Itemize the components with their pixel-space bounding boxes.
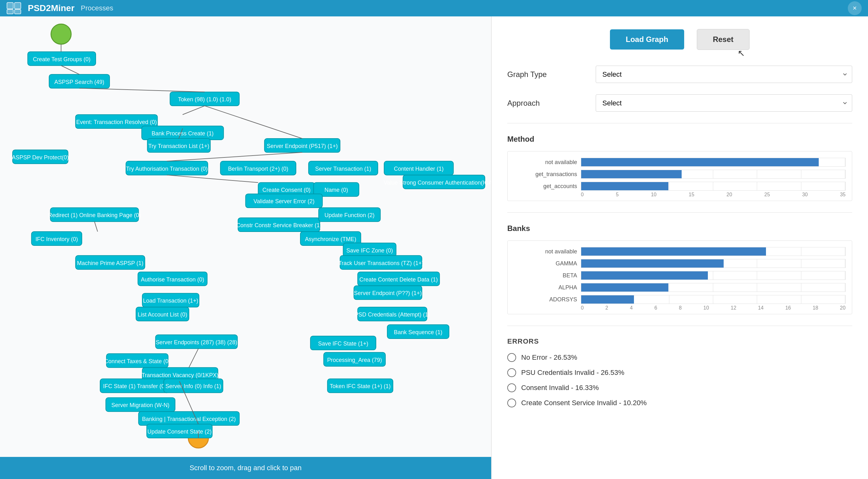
svg-text:Transaction Vacancy (0/1KPX): Transaction Vacancy (0/1KPX) [142, 372, 219, 378]
errors-title: ERRORS [507, 337, 852, 345]
svg-text:Constr Constr Service Breaker : Constr Constr Service Breaker (1) [236, 222, 321, 229]
svg-text:Server Endpoint (P??) (1+): Server Endpoint (P??) (1+) [354, 290, 422, 296]
bar-fill [581, 271, 708, 280]
svg-text:Server Endpoints (287) (38) (2: Server Endpoints (287) (38) (28) [156, 339, 237, 345]
bar-row-alpha: ALPHA [514, 283, 845, 292]
section-divider-1 [507, 123, 852, 124]
svg-text:Create Content Delete Data (1): Create Content Delete Data (1) [360, 276, 438, 283]
bar-row-get-accounts: get_accounts [514, 182, 845, 191]
process-graph[interactable]: Create Test Groups (0) ASPSP Search (49)… [0, 16, 491, 457]
error-item-consent[interactable]: Consent Invalid - 16.33% [507, 383, 852, 392]
approach-label: Approach [507, 99, 596, 108]
svg-rect-2 [7, 9, 13, 14]
bar-track [581, 283, 845, 292]
bar-fill [581, 170, 682, 178]
svg-text:Create Consent (0): Create Consent (0) [262, 187, 311, 193]
method-bar-chart: not available get_transactions get_accou… [514, 158, 845, 191]
approach-row: Approach Select Alpha Heuristic Inductiv… [507, 94, 852, 112]
error-label-consent: Consent Invalid - 16.33% [521, 384, 599, 392]
svg-text:Try Authorisation Transaction : Try Authorisation Transaction (0) [126, 166, 208, 172]
toolbar-row: Load Graph Reset ↖ [507, 29, 852, 50]
error-item-no-error[interactable]: No Error - 26.53% [507, 353, 852, 362]
bar-fill [581, 260, 724, 268]
bar-row-not-available: not available [514, 158, 845, 167]
radio-consent[interactable] [507, 383, 516, 392]
banks-section: Banks not available GAMMA [507, 224, 852, 314]
graph-type-label: Graph Type [507, 70, 596, 79]
svg-text:Redirect (1) Online Banking Pa: Redirect (1) Online Banking Page (0) [48, 212, 141, 218]
start-node[interactable] [51, 24, 71, 44]
svg-text:Machine Prime ASPSP (1): Machine Prime ASPSP (1) [77, 260, 144, 266]
svg-text:Server Migration (W-N): Server Migration (W-N) [112, 402, 169, 408]
svg-text:Event: Transaction Resolved (0: Event: Transaction Resolved (0) [76, 119, 157, 125]
graph-hint: Scroll to zoom, drag and click to pan [189, 464, 302, 472]
main-layout: Create Test Groups (0) ASPSP Search (49)… [0, 16, 868, 479]
error-item-create-consent[interactable]: Create Consent Service Invalid - 10.20% [507, 399, 852, 407]
svg-text:ASPSP Dev Protect(0): ASPSP Dev Protect(0) [12, 154, 69, 161]
svg-text:Connect Taxes & State (0): Connect Taxes & State (0) [104, 358, 170, 365]
bar-label: not available [514, 248, 577, 255]
bar-track [581, 271, 845, 280]
bar-row-beta: BETA [514, 271, 845, 280]
bar-row-gamma: GAMMA [514, 259, 845, 268]
app-subtitle: Processes [81, 4, 114, 12]
svg-rect-0 [7, 2, 13, 9]
graph-type-select[interactable]: Select Process Graph Dependency Graph [596, 66, 852, 83]
svg-text:Update Function (2): Update Function (2) [324, 212, 375, 218]
bar-label: BETA [514, 272, 577, 279]
svg-text:Authorise Transaction (0): Authorise Transaction (0) [141, 276, 204, 283]
error-item-psu[interactable]: PSU Credentials Invalid - 26.53% [507, 368, 852, 377]
graph-panel: Create Test Groups (0) ASPSP Search (49)… [0, 16, 492, 479]
bar-label: ALPHA [514, 284, 577, 291]
error-label-psu: PSU Credentials Invalid - 26.53% [521, 369, 624, 377]
banks-heading: Banks [507, 224, 852, 233]
svg-text:Token IFC State (1+) (1): Token IFC State (1+) (1) [330, 383, 391, 389]
graph-type-row: Graph Type Select Process Graph Dependen… [507, 66, 852, 83]
bar-track [581, 182, 845, 191]
errors-section: ERRORS No Error - 26.53% PSU Credentials… [507, 337, 852, 407]
bar-label: GAMMA [514, 260, 577, 267]
svg-text:Try Transaction List (1+): Try Transaction List (1+) [149, 143, 210, 149]
bar-row-get-transactions: get_transactions [514, 170, 845, 179]
radio-psu[interactable] [507, 368, 516, 377]
svg-text:PSD Credentials (Attempt) (1): PSD Credentials (Attempt) (1) [355, 311, 430, 318]
svg-text:Berlin Transport (2+) (0): Berlin Transport (2+) (0) [228, 166, 288, 172]
svg-rect-3 [14, 9, 21, 14]
section-divider-2 [507, 212, 852, 213]
graph-canvas[interactable]: Create Test Groups (0) ASPSP Search (49)… [0, 16, 491, 457]
method-axis: 0 5 10 15 20 25 30 35 [514, 192, 845, 198]
bar-fill [581, 247, 766, 255]
svg-text:Bank Sequence (1): Bank Sequence (1) [394, 329, 442, 335]
svg-text:Token (98) (1.0) (1.0): Token (98) (1.0) (1.0) [178, 96, 231, 103]
svg-text:Server Transaction (1): Server Transaction (1) [315, 166, 371, 172]
svg-text:List Account List (0): List Account List (0) [138, 311, 187, 318]
svg-text:Asynchronize (TME): Asynchronize (TME) [305, 236, 356, 242]
bar-track [581, 158, 845, 167]
svg-text:ASPSP Search (49): ASPSP Search (49) [54, 79, 104, 85]
error-label-create-consent: Create Consent Service Invalid - 10.20% [521, 399, 647, 407]
bar-label: get_accounts [514, 183, 577, 190]
reset-button[interactable]: Reset [697, 29, 749, 50]
svg-text:Save IFC Zone (0): Save IFC Zone (0) [346, 247, 393, 254]
svg-text:Name (0): Name (0) [324, 187, 348, 193]
approach-select[interactable]: Select Alpha Heuristic Inductive [596, 94, 852, 112]
bar-fill [581, 182, 669, 190]
bar-row-adorsys: ADORSYS [514, 295, 845, 304]
load-graph-button[interactable]: Load Graph [610, 29, 684, 49]
radio-create-consent[interactable] [507, 399, 516, 407]
svg-text:Bank Process Create (1): Bank Process Create (1) [152, 130, 214, 137]
bar-track [581, 170, 845, 179]
svg-text:Save IFC State (1+): Save IFC State (1+) [318, 340, 368, 347]
svg-text:Load Transaction (1+): Load Transaction (1+) [143, 298, 198, 304]
svg-text:Server Info (0) Info (1): Server Info (0) Info (1) [165, 383, 221, 389]
svg-text:Server Endpoint (P517) (1+): Server Endpoint (P517) (1+) [267, 143, 338, 149]
banks-chart: not available GAMMA BETA [507, 240, 852, 314]
bar-track [581, 295, 845, 304]
close-button[interactable]: × [848, 1, 862, 15]
svg-line-9 [79, 88, 205, 92]
radio-no-error[interactable] [507, 353, 516, 362]
svg-text:Create Test Groups (0): Create Test Groups (0) [33, 56, 90, 63]
section-divider-3 [507, 326, 852, 326]
bar-track [581, 259, 845, 268]
svg-text:Content Handler (1): Content Handler (1) [394, 166, 444, 172]
